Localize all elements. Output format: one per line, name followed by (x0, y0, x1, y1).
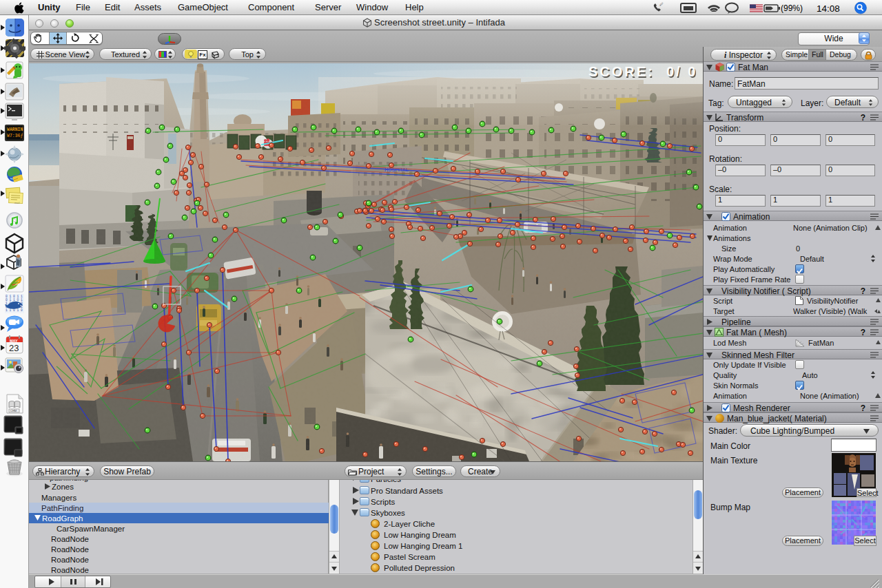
svg-text:23: 23 (9, 343, 19, 353)
svg-text:(99%): (99%) (781, 3, 803, 13)
svg-text:14:08: 14:08 (817, 3, 840, 14)
svg-text:1 1 0 1 0: 1 1 0 1 0 (6, 308, 23, 312)
svg-text:mail: mail (14, 201, 19, 204)
svg-text:CHM: CHM (10, 409, 17, 412)
svg-text:WARNIN: WARNIN (7, 127, 23, 132)
svg-text:alel: alel (658, 1, 664, 7)
svg-text:W7:36ƒ: W7:36ƒ (7, 134, 23, 138)
svg-text:MAY: MAY (10, 339, 18, 343)
svg-text:SCORE: 0/ 0: SCORE: 0/ 0 (588, 64, 697, 79)
